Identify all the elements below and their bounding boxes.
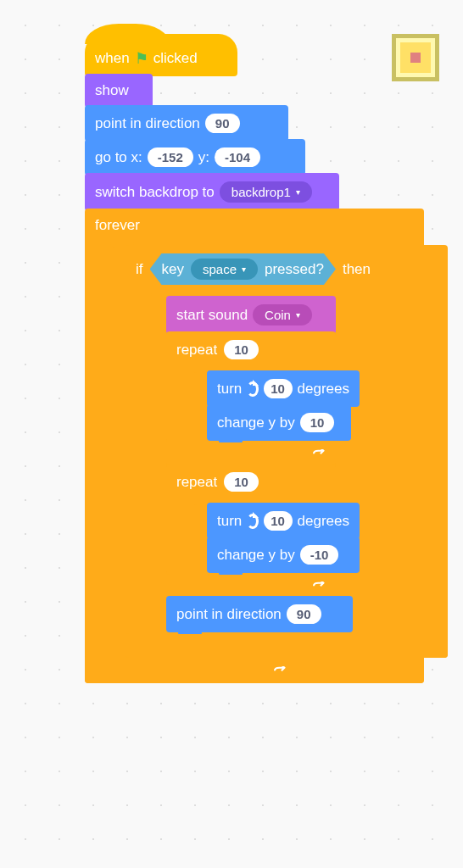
point-dir2-label: point in direction (176, 606, 282, 623)
forever-body: if key space ▾ pressed? then (98, 242, 424, 659)
repeat1-input[interactable]: 10 (224, 340, 259, 359)
if-label: if (136, 261, 143, 278)
key-label: key (162, 261, 184, 278)
changey2-input[interactable]: -10 (300, 545, 339, 565)
start-sound-block[interactable]: start sound Coin ▾ (166, 296, 336, 334)
if-header: if key space ▾ pressed? then (126, 245, 448, 293)
key-dropdown[interactable]: space ▾ (191, 259, 258, 280)
repeat1-footer (166, 442, 336, 466)
chevron-down-icon: ▾ (296, 187, 300, 197)
if-block[interactable]: if key space ▾ pressed? then (126, 245, 448, 658)
x-input[interactable]: -152 (148, 147, 193, 167)
pressed-label: pressed? (265, 261, 324, 278)
backdrop-value: backdrop1 (232, 185, 291, 199)
changey1-input[interactable]: 10 (300, 413, 335, 432)
forever-footer (85, 659, 424, 683)
y-input[interactable]: -104 (215, 147, 260, 167)
repeat1-body: turn 10 degrees change y by 10 (180, 368, 336, 442)
point-dir-label: point in direction (95, 115, 200, 132)
repeat-block-1[interactable]: repeat 10 turn 10 d (166, 331, 336, 466)
repeat-block-2[interactable]: repeat 10 turn 10 d (166, 464, 336, 598)
change-y-block-2[interactable]: change y by -10 (207, 537, 360, 573)
point-in-direction-block[interactable]: point in direction 90 (85, 105, 288, 142)
repeat2-label: repeat (176, 474, 217, 491)
if-footer (126, 634, 448, 658)
start-sound-label: start sound (176, 307, 248, 324)
change-y-block-1[interactable]: change y by 10 (207, 404, 351, 441)
forever-header: forever (85, 209, 424, 242)
loop-arrow-icon (312, 449, 327, 461)
when-flag-clicked-block[interactable]: when ⚑ clicked (85, 34, 237, 76)
goto-label-y: y: (198, 149, 209, 166)
direction-input-2[interactable]: 90 (287, 604, 321, 624)
turn2-label: turn (217, 513, 242, 530)
then-label: then (343, 261, 371, 278)
loop-arrow-icon (273, 666, 288, 678)
show-label: show (95, 82, 129, 99)
repeat1-header: repeat 10 (166, 331, 336, 368)
repeat2-header: repeat 10 (166, 464, 336, 500)
if-body: start sound Coin ▾ repeat 10 (139, 293, 448, 634)
changey1-label: change y by (217, 415, 295, 431)
clockwise-icon (247, 514, 258, 529)
key-value: space (203, 262, 237, 276)
goto-label-x: go to x: (95, 149, 142, 166)
script-stack: when ⚑ clicked show point in direction 9… (85, 34, 441, 683)
go-to-xy-block[interactable]: go to x: -152 y: -104 (85, 139, 305, 175)
show-block[interactable]: show (85, 74, 153, 108)
key-pressed-boolean[interactable]: key space ▾ pressed? (150, 253, 336, 285)
turn2-suffix: degrees (298, 513, 349, 530)
direction-input[interactable]: 90 (205, 114, 240, 133)
point-in-direction-block-2[interactable]: point in direction 90 (166, 596, 353, 632)
switch-backdrop-block[interactable]: switch backdrop to backdrop1 ▾ (85, 173, 339, 211)
switch-backdrop-label: switch backdrop to (95, 184, 215, 201)
turn1-input[interactable]: 10 (264, 379, 293, 398)
forever-block[interactable]: forever if key space ▾ pressed? (85, 209, 424, 683)
clockwise-icon (247, 381, 258, 397)
turn1-suffix: degrees (298, 381, 349, 398)
hat-prefix: when (95, 50, 130, 67)
hat-suffix: clicked (153, 50, 198, 67)
chevron-down-icon: ▾ (242, 264, 246, 274)
green-flag-icon: ⚑ (135, 49, 148, 68)
loop-arrow-icon (312, 581, 327, 593)
repeat2-footer (166, 575, 336, 598)
chevron-down-icon: ▾ (296, 310, 300, 320)
forever-label: forever (95, 217, 140, 234)
turn2-input[interactable]: 10 (264, 511, 293, 531)
repeat2-body: turn 10 degrees change y by -10 (180, 500, 336, 575)
repeat1-label: repeat (176, 342, 217, 359)
repeat2-input[interactable]: 10 (224, 472, 259, 492)
backdrop-dropdown[interactable]: backdrop1 ▾ (220, 181, 312, 203)
sound-dropdown[interactable]: Coin ▾ (253, 304, 312, 326)
turn1-label: turn (217, 381, 242, 398)
sound-value: Coin (265, 308, 291, 322)
changey2-label: change y by (217, 547, 295, 564)
turn-cw-block-1[interactable]: turn 10 degrees (207, 370, 360, 407)
turn-cw-block-2[interactable]: turn 10 degrees (207, 503, 360, 539)
